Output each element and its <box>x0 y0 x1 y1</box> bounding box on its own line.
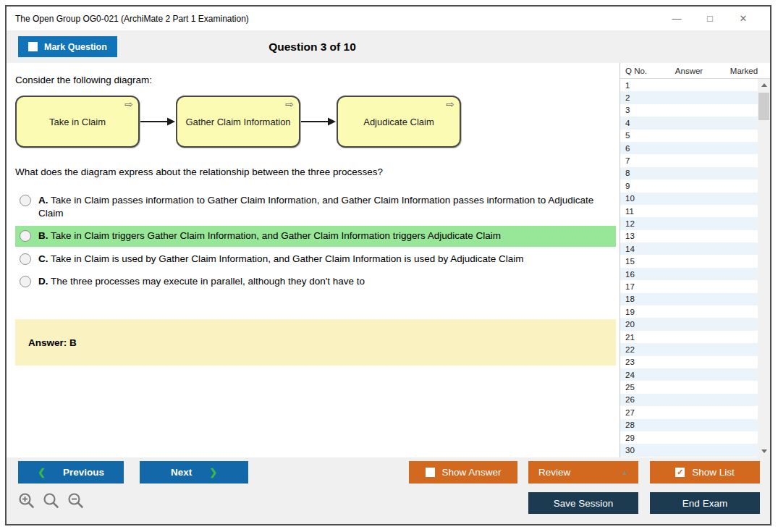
question-list-row[interactable]: 11 <box>620 205 758 217</box>
close-button[interactable]: ✕ <box>727 7 760 30</box>
option-text: Take in Claim passes information to Gath… <box>38 195 593 219</box>
review-dropdown[interactable]: Review ▲ <box>528 461 638 484</box>
question-number: 13 <box>620 232 635 240</box>
archimate-diagram: ⇨ Take in Claim ⇨ Gather Claim Informati… <box>15 96 618 148</box>
list-scrollbar[interactable] <box>758 79 770 457</box>
minimize-button[interactable]: — <box>660 7 693 30</box>
radio-option-a[interactable] <box>20 195 31 206</box>
question-list-row[interactable]: 19 <box>620 305 758 318</box>
process-icon: ⇨ <box>285 98 294 111</box>
question-list-row[interactable]: 12 <box>620 217 758 229</box>
show-list-button[interactable]: ✓ Show List <box>650 461 760 484</box>
question-list-row[interactable]: 22 <box>620 343 758 355</box>
question-number: 22 <box>620 345 635 354</box>
question-list-row[interactable]: 3 <box>620 104 758 117</box>
question-list-row[interactable]: 20 <box>620 318 758 330</box>
maximize-button[interactable]: □ <box>693 7 727 30</box>
column-answer: Answer <box>660 67 718 75</box>
question-list-row[interactable]: 6 <box>620 142 758 154</box>
previous-button[interactable]: ❮ Previous <box>18 461 124 484</box>
option-text: Take in Claim triggers Gather Claim Info… <box>51 230 501 241</box>
save-session-button[interactable]: Save Session <box>528 492 638 514</box>
zoom-in-icon[interactable] <box>18 492 35 510</box>
show-answer-button[interactable]: Show Answer <box>409 461 517 484</box>
scroll-down-icon <box>761 449 767 453</box>
question-number: 30 <box>620 446 635 455</box>
question-list-row[interactable]: 30 <box>620 444 758 456</box>
question-prompt: What does the diagram express about the … <box>15 166 618 177</box>
process-box-gather-claim-information: ⇨ Gather Claim Information <box>176 96 300 148</box>
zoom-out-icon[interactable] <box>67 492 85 510</box>
question-list-row[interactable]: 9 <box>620 180 758 192</box>
question-number: 2 <box>620 93 630 102</box>
answer-reveal-box: Answer: B <box>15 319 616 366</box>
radio-option-b[interactable] <box>20 230 31 242</box>
next-button[interactable]: Next ❯ <box>140 461 248 484</box>
option-letter: B. <box>38 230 48 241</box>
question-list-row[interactable]: 29 <box>620 431 758 444</box>
radio-option-c[interactable] <box>20 253 31 265</box>
answer-label: Answer: B <box>15 337 77 348</box>
next-label: Next <box>171 467 192 478</box>
show-list-checkbox[interactable]: ✓ <box>675 468 685 477</box>
question-list-row[interactable]: 28 <box>620 419 758 431</box>
review-label: Review <box>538 467 570 478</box>
scrollbar-thumb[interactable] <box>758 93 769 120</box>
question-number: 19 <box>620 308 635 316</box>
question-list-row[interactable]: 25 <box>620 381 758 393</box>
answer-option[interactable]: A. Take in Claim passes information to G… <box>15 190 616 224</box>
question-number: 15 <box>620 257 635 266</box>
question-list-row[interactable]: 13 <box>620 230 758 242</box>
scroll-up-button[interactable] <box>758 79 770 91</box>
scroll-down-button[interactable] <box>758 445 770 457</box>
zoom-reset-icon[interactable] <box>43 492 60 510</box>
question-number: 3 <box>620 106 630 114</box>
option-letter: C. <box>38 253 48 264</box>
process-label: Gather Claim Information <box>185 117 290 127</box>
trigger-arrow <box>140 117 176 127</box>
end-exam-button[interactable]: End Exam <box>650 492 760 514</box>
question-list-row[interactable]: 8 <box>620 167 758 180</box>
question-number: 9 <box>620 182 630 190</box>
question-list-row[interactable]: 10 <box>620 193 758 205</box>
question-list-row[interactable]: 16 <box>620 268 758 280</box>
question-list-row[interactable]: 7 <box>620 154 758 166</box>
question-number: 26 <box>620 395 635 404</box>
question-list-row[interactable]: 18 <box>620 293 758 305</box>
question-list-rows: 1 2 3 4 5 6 7 8 9 10 11 12 <box>620 79 758 457</box>
previous-label: Previous <box>63 467 104 478</box>
question-list-row[interactable]: 17 <box>620 280 758 292</box>
trigger-arrow <box>300 117 337 127</box>
save-session-label: Save Session <box>554 498 614 509</box>
process-icon: ⇨ <box>124 98 133 111</box>
app-window: The Open Group OG0-021 (ArchiMate 2 Part… <box>5 5 771 525</box>
question-list-row[interactable]: 14 <box>620 242 758 255</box>
column-q-no: Q No. <box>620 67 660 75</box>
question-number: 21 <box>620 333 635 342</box>
question-list-row[interactable]: 4 <box>620 117 758 129</box>
question-list-row[interactable]: 26 <box>620 394 758 406</box>
answer-option[interactable]: C. Take in Claim is used by Gather Claim… <box>15 249 616 269</box>
question-list-row[interactable]: 5 <box>620 130 758 142</box>
option-letter: A. <box>38 195 48 206</box>
answer-option[interactable]: B. Take in Claim triggers Gather Claim I… <box>15 226 616 246</box>
question-list-row[interactable]: 1 <box>620 79 758 91</box>
process-label: Take in Claim <box>49 117 106 127</box>
question-list-row[interactable]: 2 <box>620 91 758 104</box>
question-number: 27 <box>620 408 635 417</box>
question-list-row[interactable]: 21 <box>620 331 758 343</box>
show-answer-label: Show Answer <box>442 467 502 478</box>
show-list-label: Show List <box>692 467 735 478</box>
question-list-row[interactable]: 23 <box>620 356 758 368</box>
answer-option[interactable]: D. The three processes may execute in pa… <box>15 271 616 292</box>
radio-option-d[interactable] <box>20 276 31 287</box>
show-answer-checkbox[interactable] <box>426 468 435 477</box>
question-number: 14 <box>620 245 635 253</box>
question-list-row[interactable]: 24 <box>620 368 758 381</box>
option-text: Take in Claim is used by Gather Claim In… <box>51 253 524 264</box>
option-letter: D. <box>38 276 48 287</box>
question-number: 7 <box>620 156 630 165</box>
question-list-row[interactable]: 15 <box>620 255 758 267</box>
question-number: 28 <box>620 421 635 429</box>
question-list-row[interactable]: 27 <box>620 406 758 418</box>
